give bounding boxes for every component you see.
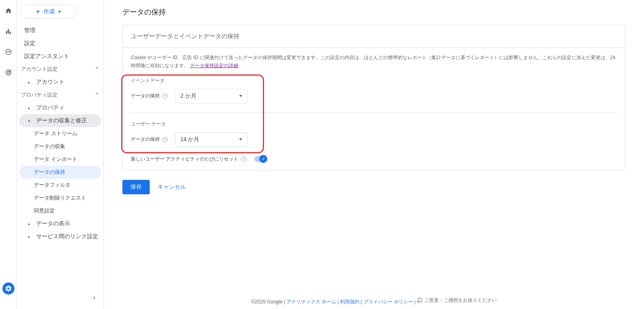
triangle-down-icon: ▾: [28, 119, 32, 123]
collapse-sidebar-icon[interactable]: ‹: [93, 293, 95, 302]
footer-copyright: ©2025 Google: [251, 299, 283, 304]
user-retention-select[interactable]: 14 か月: [175, 132, 248, 147]
feedback-icon: [417, 297, 423, 303]
page-title: データの保持: [122, 7, 625, 17]
triangle-right-icon: ▸: [28, 80, 32, 84]
sidebar-item-admin[interactable]: 管理: [17, 24, 103, 37]
user-retention-label: データの保持: [131, 136, 160, 143]
chevron-up-icon: ⌃: [95, 66, 99, 72]
sidebar-item-label: サービス間のリンク設定: [36, 233, 98, 240]
chevron-down-icon: [239, 138, 242, 140]
divider: [131, 112, 617, 113]
user-data-heading: ユーザー データ: [131, 121, 617, 128]
sidebar-item-label: プロパティ: [36, 104, 64, 111]
event-retention-label: データの保持: [131, 93, 160, 99]
chevron-down-icon: [239, 95, 242, 97]
sidebar-item-account[interactable]: ▸ アカウント: [17, 76, 103, 89]
sidebar-section-property[interactable]: プロパティ設定 ⌃: [17, 89, 103, 101]
help-icon[interactable]: ?: [241, 156, 246, 162]
reset-toggle[interactable]: ✓: [254, 156, 266, 162]
save-button[interactable]: 保存: [122, 180, 150, 194]
create-button[interactable]: + 作成: [20, 5, 76, 19]
retention-card: ユーザーデータとイベントデータの保持 Cookie やユーザー ID、広告 ID…: [122, 25, 625, 170]
chevron-up-icon: ⌃: [95, 92, 99, 98]
sidebar-leaf-data-filter[interactable]: データフィルタ: [17, 179, 103, 192]
sidebar-item-service-link[interactable]: ▸ サービス間のリンク設定: [17, 230, 103, 243]
sidebar-section-label: プロパティ設定: [21, 91, 58, 99]
card-header: ユーザーデータとイベントデータの保持: [123, 25, 625, 48]
sidebar-item-data-collection[interactable]: ▾ データの収集と修正: [19, 114, 101, 127]
sidebar: + 作成 管理 設定 設定アシスタント アカウント設定 ⌃ ▸ アカウント プロ…: [17, 0, 104, 309]
help-icon[interactable]: ?: [162, 137, 168, 142]
triangle-right-icon: ▸: [28, 106, 32, 110]
svg-rect-2: [10, 32, 11, 34]
triangle-right-icon: ▸: [28, 235, 32, 239]
chevron-down-icon: [58, 11, 61, 13]
target-icon[interactable]: [5, 69, 12, 77]
home-icon[interactable]: [5, 7, 12, 16]
footer-feedback[interactable]: ご意見・ご感想をお送りください: [417, 297, 497, 304]
create-label: 作成: [43, 8, 55, 15]
sidebar-item-label: データの表示: [36, 220, 70, 227]
sidebar-leaf-data-retention[interactable]: データの保持: [19, 166, 101, 179]
sidebar-item-label: データの収集と修正: [36, 117, 87, 124]
event-retention-select[interactable]: 2 か月: [175, 89, 248, 103]
line-chart-icon[interactable]: [5, 48, 12, 57]
svg-rect-1: [8, 29, 9, 34]
reset-toggle-label: 新しいユーザー アクティビティのたびにリセット: [131, 156, 238, 163]
event-data-heading: イベントデータ: [131, 77, 617, 84]
card-description: Cookie やユーザー ID、広告 ID に関連付けて送ったデータの保持期間は…: [131, 54, 617, 70]
sidebar-leaf-data-delete[interactable]: データ削除リクエスト: [17, 192, 103, 204]
sidebar-item-assistant[interactable]: 設定アシスタント: [17, 50, 103, 63]
cancel-button[interactable]: キャンセル: [158, 183, 186, 191]
help-icon[interactable]: ?: [162, 93, 168, 99]
icon-rail: [0, 0, 17, 309]
desc-link[interactable]: データ保持設定の詳細: [190, 63, 238, 68]
sidebar-leaf-consent[interactable]: 同意設定: [17, 204, 103, 217]
check-icon: ✓: [259, 155, 267, 163]
sidebar-item-settings[interactable]: 設定: [17, 37, 103, 50]
sidebar-item-property[interactable]: ▸ プロパティ: [17, 101, 103, 114]
footer-privacy-link[interactable]: プライバシー ポリシー: [363, 299, 413, 304]
triangle-right-icon: ▸: [28, 222, 32, 226]
svg-rect-0: [6, 31, 7, 34]
sidebar-leaf-data-collect[interactable]: データの収集: [17, 140, 103, 153]
footer: ©2025 Google | アナリティクス ホーム | 利用規約 | プライバ…: [122, 290, 625, 309]
footer-home-link[interactable]: アナリティクス ホーム: [287, 299, 336, 304]
select-value: 14 か月: [180, 136, 199, 143]
sidebar-section-label: アカウント設定: [21, 66, 58, 73]
bar-chart-icon[interactable]: [5, 28, 12, 36]
sidebar-item-label: アカウント: [36, 78, 64, 86]
sidebar-leaf-data-import[interactable]: データ インポート: [17, 153, 103, 166]
footer-terms-link[interactable]: 利用規約: [340, 299, 359, 304]
sidebar-item-data-display[interactable]: ▸ データの表示: [17, 217, 103, 230]
footer-feedback-label: ご意見・ご感想をお送りください: [424, 297, 497, 304]
sidebar-section-account[interactable]: アカウント設定 ⌃: [17, 63, 103, 76]
gear-icon[interactable]: [2, 282, 14, 295]
main-content: データの保持 ユーザーデータとイベントデータの保持 Cookie やユーザー I…: [104, 0, 644, 309]
select-value: 2 か月: [180, 93, 196, 100]
sidebar-leaf-data-stream[interactable]: データ ストリーム: [17, 127, 103, 140]
